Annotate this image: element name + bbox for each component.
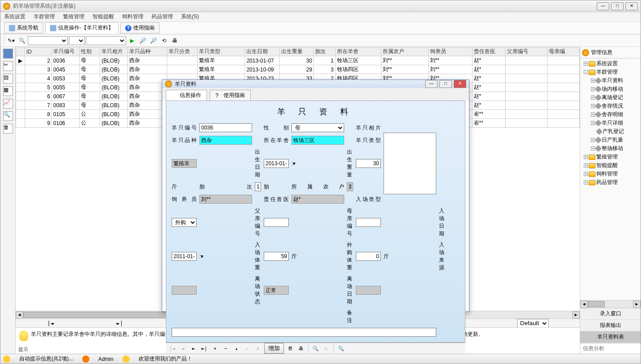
bw-input[interactable] [356, 159, 381, 168]
tree-node[interactable]: +药品管理 [580, 178, 641, 187]
doc-tab[interactable]: ?使用指南 [120, 22, 160, 33]
menu-item[interactable]: 系统(S) [181, 13, 199, 21]
tree-h-scroll[interactable]: ◄► [580, 300, 641, 308]
left-btn-5[interactable]: 📈 [3, 99, 13, 109]
menu-item[interactable]: 系统设置 [4, 13, 25, 21]
tc-input[interactable] [255, 182, 261, 191]
intype-select[interactable]: 外购 [172, 218, 197, 227]
tree-node[interactable]: +舍存明细 [580, 110, 641, 119]
menu-item[interactable]: 羊群管理 [34, 13, 55, 21]
del-rec-icon[interactable]: − [221, 344, 230, 353]
dialog-max-button[interactable]: □ [439, 80, 452, 88]
dialog-tab[interactable]: ?使用指南 [210, 90, 251, 100]
tree-node[interactable]: +整场移动 [580, 144, 641, 153]
insrc-input[interactable] [172, 286, 197, 295]
tree-bottom-btn[interactable]: 录入窗口 [580, 308, 641, 320]
outdate-input[interactable] [356, 286, 381, 295]
tree-node[interactable]: +舍存情况 [580, 102, 641, 110]
farmer-input[interactable] [347, 182, 353, 191]
tree-node[interactable]: +日产乳量 [580, 136, 641, 144]
scroll-left-icon[interactable]: ◄ [16, 311, 23, 319]
zoom-icon[interactable]: 🔍 [17, 36, 27, 46]
dob-input[interactable] [264, 159, 289, 168]
add-rec-icon[interactable]: + [211, 344, 219, 353]
buywt-input[interactable] [356, 252, 381, 261]
post-rec-icon[interactable]: ✓ [243, 344, 252, 353]
nav-last-icon[interactable]: ►| [200, 344, 209, 353]
left-btn-2[interactable]: ✂ [3, 61, 13, 71]
doc-tab[interactable]: 系统导航 [4, 22, 43, 33]
menu-item[interactable]: 饲料管理 [122, 13, 143, 21]
tree-node[interactable]: +繁殖管理 [580, 153, 641, 161]
tree-node[interactable]: +场内移动 [580, 85, 641, 93]
tree-node[interactable]: +系统设置 [580, 59, 641, 68]
sex-select[interactable]: 母 [291, 123, 344, 132]
menu-item[interactable]: 繁殖管理 [63, 13, 84, 21]
layout-combo[interactable]: Default [517, 319, 548, 328]
dialog-close-button[interactable]: ✕ [454, 80, 466, 88]
app-title: 奶羊场管理系统(非注册版) [13, 2, 597, 10]
play2-icon[interactable]: ▷ [322, 344, 331, 353]
info-analysis[interactable]: 信息分析 [580, 343, 641, 354]
tree-node[interactable]: +饲料管理 [580, 170, 641, 178]
dialog-min-button[interactable]: — [425, 80, 438, 88]
vet-input[interactable] [291, 195, 344, 204]
breed-input[interactable] [199, 136, 252, 145]
feeder-input[interactable] [199, 195, 252, 204]
inwt-input[interactable] [264, 252, 289, 261]
tree-node[interactable]: +离场登记 [580, 93, 641, 102]
minimize-button[interactable]: — [597, 2, 609, 10]
nav-tree[interactable]: +系统设置-羊群管理+羊只资料+场内移动+离场登记+舍存情况+舍存明细+羊只详细… [580, 59, 641, 300]
tree-node[interactable]: -羊群管理 [580, 68, 641, 76]
filter-combo-2[interactable] [69, 36, 85, 45]
refresh-icon[interactable]: ⟲ [159, 36, 169, 46]
tree-node[interactable]: +羊只资料 [580, 76, 641, 85]
tree-node[interactable]: 产乳登记 [580, 127, 641, 136]
nav-next-icon[interactable]: ► [189, 344, 198, 353]
run-icon[interactable]: ▶ [127, 36, 137, 46]
nav-first-icon[interactable]: |◄ [168, 344, 177, 353]
print2-icon[interactable]: 🖶 [296, 344, 305, 353]
tree-node[interactable]: +羊只详细 [580, 119, 641, 127]
edit-rec-icon[interactable]: ▴ [232, 344, 241, 353]
doc-tab[interactable]: 信息操作-【羊只资料】 [45, 22, 118, 33]
edit-icon[interactable]: ✎▾ [6, 36, 16, 46]
left-btn-7[interactable]: 🗑 [3, 124, 13, 134]
fa-input[interactable] [264, 218, 289, 227]
nav-prev[interactable]: ►| [117, 320, 123, 326]
ma-input[interactable] [356, 218, 381, 227]
table-row[interactable]: 30045母(BLOB)西杂繁殖羊2013-10-09293牧场四区刘**刘**… [16, 65, 580, 74]
search-icon[interactable]: 🔎 [138, 36, 148, 46]
num-input[interactable] [199, 123, 252, 132]
find-icon[interactable]: 🔍 [337, 344, 346, 353]
type-input[interactable] [172, 159, 197, 168]
nav-prev-icon[interactable]: ◄ [178, 344, 187, 353]
pen-input[interactable] [291, 136, 344, 145]
left-btn-4[interactable]: ▦ [3, 86, 13, 96]
scroll-right-icon[interactable]: ► [572, 311, 580, 319]
tree-node[interactable]: +智能提醒 [580, 161, 641, 170]
menu-item[interactable]: 智能提醒 [93, 13, 114, 21]
cancel-rec-icon[interactable]: ✗ [253, 344, 262, 353]
left-btn-6[interactable]: 🔍 [3, 111, 13, 121]
note-input[interactable] [172, 328, 436, 337]
add-button[interactable]: 增加 [264, 343, 284, 354]
nav-first[interactable]: |◄ [47, 320, 53, 326]
preview-icon[interactable]: 🔍 [311, 344, 320, 353]
close-button[interactable]: ✕ [625, 2, 638, 10]
left-btn-3[interactable]: ▤ [3, 74, 13, 84]
table-row[interactable]: ▶20036母(BLOB)西杂繁殖羊2013-01-07301牧场三区刘**刘*… [16, 56, 580, 65]
photo-box[interactable] [384, 133, 436, 194]
export-icon[interactable]: 🖹 [286, 344, 295, 353]
filter-combo-3[interactable] [86, 36, 126, 45]
filter-combo-1[interactable] [28, 36, 68, 45]
search2-icon[interactable]: 🔎 [148, 36, 158, 46]
tree-bottom-btn[interactable]: 报表输出 [580, 320, 641, 331]
print-icon[interactable]: 🖶 [170, 36, 180, 46]
tree-bottom-btn[interactable]: 羊只资料表 [580, 331, 641, 343]
left-btn-1[interactable] [3, 49, 13, 59]
dialog-tab[interactable]: 信息操作 [166, 90, 207, 100]
indate-input[interactable] [172, 252, 197, 261]
menu-item[interactable]: 药品管理 [152, 13, 173, 21]
maximize-button[interactable]: □ [611, 2, 624, 10]
